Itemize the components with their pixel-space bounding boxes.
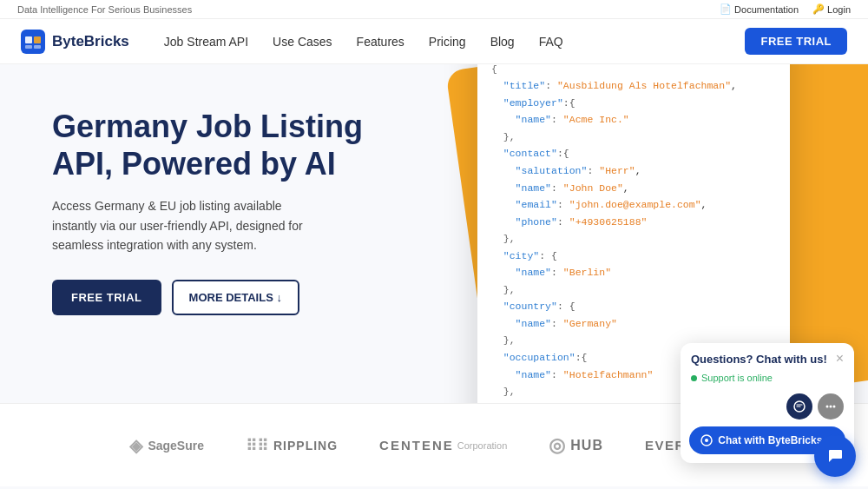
- partner-hub: ◎ HUB: [549, 434, 603, 457]
- brand-name: ByteBricks: [52, 33, 129, 50]
- hero-description: Access Germany & EU job listing availabl…: [52, 196, 312, 254]
- hero-free-trial-button[interactable]: FREE TRIAL: [52, 280, 161, 315]
- hero-more-details-button[interactable]: MORE DETAILS ↓: [172, 280, 299, 315]
- svg-rect-0: [21, 30, 45, 54]
- login-link[interactable]: 🔑 Login: [812, 3, 851, 15]
- partner-centene: CENTENE Corporation: [379, 438, 507, 453]
- rippling-icon: ⠿⠿: [246, 436, 268, 455]
- chat-icon-btn-1[interactable]: [786, 393, 812, 420]
- status-dot: [691, 375, 697, 381]
- hero-left: Germany Job Listing API, Powered by AI A…: [0, 64, 399, 403]
- chat-icons-row: [681, 390, 854, 426]
- svg-rect-2: [34, 36, 41, 43]
- svg-point-7: [830, 406, 832, 408]
- nav-features[interactable]: Features: [357, 35, 404, 49]
- chat-dots-icon: [825, 400, 837, 413]
- documentation-link[interactable]: 📄 Documentation: [720, 3, 799, 15]
- chat-bubble-float-button[interactable]: [814, 435, 856, 477]
- svg-rect-4: [34, 45, 41, 49]
- svg-rect-3: [25, 45, 32, 49]
- nav-free-trial-button[interactable]: FREE TRIAL: [745, 28, 847, 55]
- nav-blog[interactable]: Blog: [490, 35, 515, 49]
- svg-point-8: [833, 406, 836, 408]
- hub-icon: ◎: [549, 434, 565, 457]
- sagesure-icon: ◈: [129, 435, 142, 456]
- nav-faq[interactable]: FAQ: [539, 35, 563, 49]
- top-bar-right: 📄 Documentation 🔑 Login: [720, 3, 851, 15]
- hero-title: Germany Job Listing API, Powered by AI: [52, 108, 365, 182]
- tagline: Data Intelligence For Serious Businesses: [17, 4, 192, 15]
- svg-rect-1: [25, 36, 32, 43]
- chat-header: Questions? Chat with us! ×: [681, 343, 854, 371]
- chat-bubble-float-icon: [825, 446, 845, 466]
- chat-status: Support is online: [681, 371, 854, 390]
- nav-links: Job Stream API Use Cases Features Pricin…: [164, 35, 746, 49]
- nav-pricing[interactable]: Pricing: [429, 35, 466, 49]
- doc-icon: 📄: [720, 3, 732, 15]
- logo-icon: [21, 30, 45, 54]
- chat-bubble-icon: [793, 400, 806, 413]
- login-icon: 🔑: [812, 3, 825, 15]
- partner-sagesure: ◈ SageSure: [129, 435, 204, 456]
- brand-logo[interactable]: ByteBricks: [21, 30, 129, 54]
- chat-cta-icon: [700, 434, 713, 446]
- nav-use-cases[interactable]: Use Cases: [273, 35, 332, 49]
- chat-title: Questions? Chat with us!: [691, 353, 827, 366]
- svg-point-6: [826, 406, 829, 408]
- partner-rippling: ⠿⠿ RIPPLING: [246, 436, 338, 455]
- nav-job-stream-api[interactable]: Job Stream API: [164, 35, 248, 49]
- navbar: ByteBricks Job Stream API Use Cases Feat…: [0, 19, 868, 64]
- hero-buttons: FREE TRIAL MORE DETAILS ↓: [52, 280, 365, 315]
- chat-close-button[interactable]: ×: [836, 352, 844, 366]
- top-bar: Data Intelligence For Serious Businesses…: [0, 0, 868, 19]
- svg-point-10: [705, 439, 708, 442]
- chat-icon-btn-2[interactable]: [818, 393, 844, 420]
